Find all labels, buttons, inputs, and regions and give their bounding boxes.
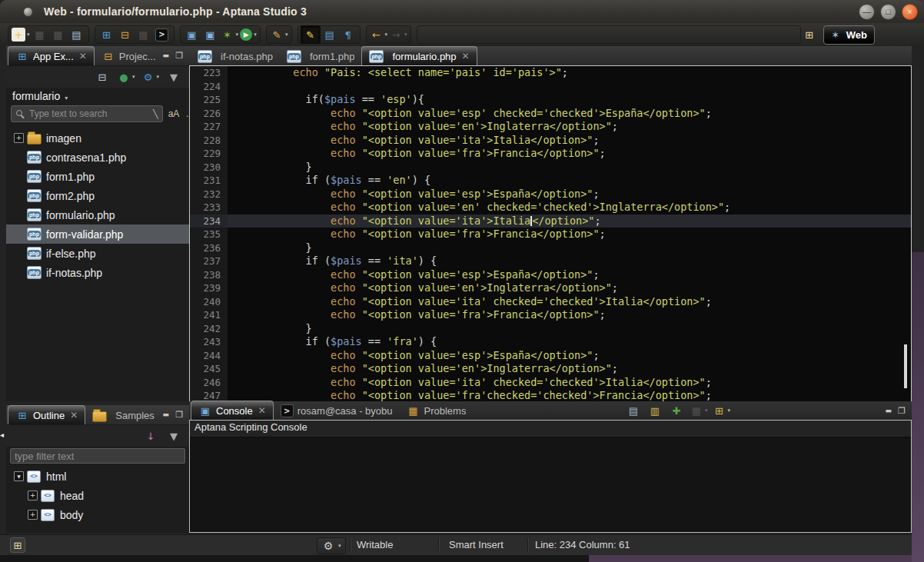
expander-icon[interactable]: + (14, 133, 27, 143)
code-line-225[interactable]: 225 if($pais == 'esp'){ (190, 93, 911, 107)
tab-samples[interactable]: Samples (85, 407, 161, 424)
filter-commands-button[interactable]: ●▾ (116, 68, 136, 85)
tab-console[interactable]: ▣Console✕ (191, 401, 274, 420)
tree-item-form-validar-php[interactable]: phpform-validar.php (6, 224, 189, 244)
tab-outline[interactable]: ⊞Outline✕ (8, 405, 85, 424)
terminal-view-button[interactable]: > (153, 26, 171, 43)
display-selected-console-dropdown-arrow[interactable]: ▾ (705, 407, 708, 414)
preview-browser-button[interactable]: ▣ (183, 26, 201, 43)
code-line-242[interactable]: 242 } (190, 322, 911, 336)
show-block-elements-button[interactable]: ▤ (321, 26, 339, 43)
pin-console-button[interactable]: ✚ (667, 402, 686, 419)
project-tree-view-button[interactable]: ⊟ (116, 26, 135, 43)
titlebar[interactable]: Web - formulario/formulario.php - Aptana… (0, 0, 924, 24)
minimize-panel-button[interactable]: ▬ (163, 52, 170, 59)
collapse-all-button[interactable]: ⊟ (93, 68, 111, 85)
tab-problems[interactable]: ▦Problems (400, 402, 474, 420)
tree-item-formulario-php[interactable]: phpformulario.php (6, 205, 189, 224)
run-dropdown-arrow[interactable]: ▾ (254, 32, 257, 38)
search-input[interactable] (28, 108, 150, 120)
code-line-231[interactable]: 231 if ($pais == 'en') { (190, 174, 911, 188)
code-line-238[interactable]: 238 echo "<option value='esp'>España</op… (190, 268, 911, 282)
print-button[interactable]: ▤ (68, 26, 86, 43)
filter-commands-dropdown-arrow[interactable]: ▾ (132, 74, 135, 80)
code-line-236[interactable]: 236 } (190, 241, 911, 255)
open-console-button[interactable]: ⊞▾ (712, 402, 732, 419)
code-line-227[interactable]: 227 echo "<option value='en'>Inglaterra<… (190, 120, 911, 134)
code-line-224[interactable]: 224 (190, 80, 911, 94)
perspective-web-button[interactable]: ✶ Web (823, 25, 875, 45)
highlighter-button[interactable]: ✎ (301, 25, 321, 44)
tab-app-ex[interactable]: ⊞App Ex...✕ (8, 46, 95, 65)
close-tab-icon[interactable]: ✕ (70, 410, 78, 421)
debug-dropdown-arrow[interactable]: ▾ (236, 32, 239, 38)
code-line-240[interactable]: 240 echo "<option value='ita' checked='c… (190, 295, 911, 309)
code-line-232[interactable]: 232 echo "<option value='esp'>España</op… (190, 188, 911, 201)
view-menu-button[interactable]: ▼ (165, 427, 183, 444)
tab-if-notas-php[interactable]: phpif-notas.php (191, 48, 280, 65)
close-button[interactable]: × (902, 4, 918, 20)
expander-icon[interactable]: ▼ (14, 471, 27, 481)
tab-formulario-php[interactable]: phpformulario.php✕ (361, 46, 477, 65)
code-line-226[interactable]: 226 echo "<option value='esp' checked='c… (190, 107, 911, 121)
annotation-marker-button[interactable]: ✎▾ (269, 26, 289, 43)
new-file-button[interactable]: +▾ (11, 26, 31, 43)
close-tab-icon[interactable]: ✕ (258, 405, 266, 416)
maximize-panel-button[interactable]: ❐ (175, 411, 183, 419)
fast-view-button[interactable]: ⊞ (9, 537, 26, 553)
window-menu-icon[interactable] (23, 7, 33, 17)
minimize-panel-button[interactable]: ▬ (886, 407, 892, 414)
code-line-244[interactable]: 244 echo "<option value='esp'>España</op… (190, 349, 911, 363)
expander-icon[interactable]: + (28, 510, 41, 520)
command-gear-dropdown-arrow[interactable]: ▾ (156, 74, 159, 80)
code-line-247[interactable]: 247 echo "<option value='fra'checked='ch… (190, 389, 911, 402)
code-line-228[interactable]: 228 echo "<option value='ita'>Italia</op… (190, 134, 911, 148)
close-tab-icon[interactable]: ✕ (79, 51, 87, 62)
expander-icon[interactable]: + (28, 491, 41, 500)
tree-item-if-notas-php[interactable]: phpif-notas.php (6, 263, 189, 282)
code-line-234[interactable]: 234 echo "<option value='ita'>Italia</op… (190, 214, 911, 228)
scroll-lock-button[interactable]: ▥ (646, 402, 664, 419)
view-menu-button[interactable]: ▼ (165, 68, 183, 85)
case-sensitive-button[interactable]: aA (167, 108, 181, 119)
outline-item-body[interactable]: +<>body (6, 505, 189, 524)
outline-filter-input[interactable] (10, 448, 185, 464)
collapse-icon[interactable]: ▼ (14, 471, 24, 481)
code-line-233[interactable]: 233 echo "<option value='en' checked='ch… (190, 201, 911, 214)
maximize-panel-button[interactable]: ❐ (175, 52, 183, 60)
code-line-230[interactable]: 230 } (190, 161, 911, 175)
code-line-246[interactable]: 246 echo "<option value='ita' checked='c… (190, 376, 911, 390)
tab-form1-php[interactable]: phpform1.php (280, 48, 362, 65)
command-gear-button[interactable]: ⚙▾ (140, 68, 160, 85)
maximize-button[interactable]: □ (880, 4, 896, 20)
project-selector[interactable]: formulario ▾ (6, 88, 189, 103)
expand-icon[interactable]: + (28, 510, 38, 520)
app-explorer-view-button[interactable]: ⊞ (98, 26, 116, 43)
status-menu-button[interactable]: ⚙ ▾ (317, 537, 346, 554)
code-editor[interactable]: 223 echo "Pais: <select name='pais' id='… (189, 65, 912, 402)
run-button[interactable]: ▶▾ (239, 26, 258, 43)
editor-scrollbar[interactable] (904, 344, 907, 388)
plus-expander-icon[interactable]: + (14, 133, 24, 143)
minimize-panel-button[interactable]: ▬ (163, 411, 170, 418)
outline-item-html[interactable]: ▼<>html (6, 467, 189, 486)
expand-icon[interactable]: + (28, 491, 38, 500)
code-line-235[interactable]: 235 echo "<option value='fra'>Francia</o… (190, 228, 911, 241)
debug-button[interactable]: ✶▾ (220, 26, 240, 43)
collapsed-panel-arrow-icon[interactable]: ◂ (0, 424, 7, 444)
tree-item-form2-php[interactable]: phpform2.php (6, 186, 189, 205)
clear-console-button[interactable]: ▤ (624, 402, 643, 419)
open-perspective-button[interactable]: ⊞ (800, 27, 819, 44)
annotation-marker-dropdown-arrow[interactable]: ▾ (285, 32, 288, 38)
code-line-241[interactable]: 241 echo "<option value='fra'>Francia</o… (190, 308, 911, 322)
code-line-229[interactable]: 229 echo "<option value='fra'>Francia</o… (190, 147, 911, 161)
open-console-dropdown-arrow[interactable]: ▾ (728, 407, 731, 414)
clear-search-icon[interactable]: ╲ (153, 109, 158, 119)
back-dropdown-arrow[interactable]: ▾ (385, 32, 388, 38)
forward-dropdown-arrow[interactable]: ▾ (404, 32, 407, 38)
tree-item-form1-php[interactable]: phpform1.php (6, 167, 189, 186)
sort-button[interactable]: ↓ (141, 427, 160, 444)
code-line-223[interactable]: 223 echo "Pais: <select name='pais' id='… (190, 66, 911, 80)
code-line-239[interactable]: 239 echo "<option value='en'>Inglaterra<… (190, 281, 911, 295)
close-tab-icon[interactable]: ✕ (462, 51, 470, 62)
